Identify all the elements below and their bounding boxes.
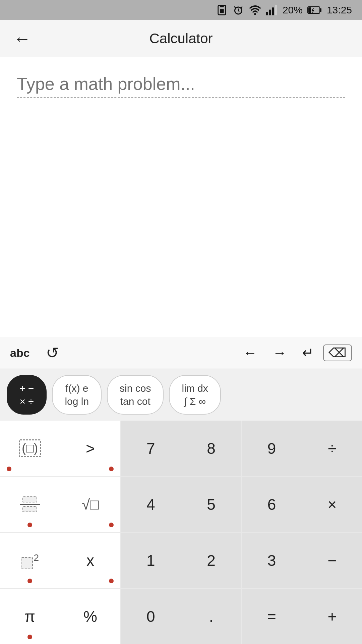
key-2[interactable]: 2: [181, 533, 241, 588]
digit-4: 4: [146, 495, 155, 514]
pi-symbol: π: [24, 607, 35, 626]
x-key[interactable]: x: [60, 533, 120, 588]
key-7[interactable]: 7: [121, 421, 181, 476]
svg-rect-10: [320, 8, 321, 12]
digit-8: 8: [207, 439, 216, 458]
svg-rect-4: [266, 12, 268, 15]
functions-line2: log ln: [65, 395, 89, 408]
equals-symbol: =: [267, 607, 276, 626]
key-3[interactable]: 3: [242, 533, 301, 588]
key-9[interactable]: 9: [242, 421, 301, 476]
red-dot: [109, 523, 114, 527]
wifi-icon: [249, 4, 261, 16]
digit-5: 5: [207, 495, 216, 514]
key-dot[interactable]: .: [181, 589, 241, 644]
top-bar: ← Calculator: [0, 20, 362, 57]
arithmetic-tab-content: + − × ÷: [19, 382, 34, 408]
plus-symbol: +: [327, 607, 337, 626]
key-mul[interactable]: ×: [302, 477, 362, 532]
math-input[interactable]: [17, 74, 345, 98]
digit-7: 7: [146, 439, 155, 458]
digit-0: 0: [146, 607, 155, 626]
mul-symbol: ×: [327, 495, 337, 514]
red-dot: [109, 579, 114, 583]
mode-tabs: + − × ÷ f(x) e log ln sin cos tan cot li…: [0, 369, 362, 421]
paren-key[interactable]: (□): [0, 421, 60, 476]
digit-9: 9: [267, 439, 276, 458]
advanced-line1: lim dx: [182, 382, 208, 395]
pow-symbol: 2: [21, 552, 39, 569]
percent-symbol: %: [83, 607, 97, 626]
key-minus[interactable]: −: [302, 533, 362, 588]
digit-6: 6: [267, 495, 276, 514]
signal-icon: [266, 4, 278, 16]
fraction-key[interactable]: [0, 477, 60, 532]
trig-line1: sin cos: [120, 382, 151, 395]
gt-key[interactable]: >: [60, 421, 120, 476]
trig-tab-content: sin cos tan cot: [120, 382, 151, 408]
red-dot: [109, 467, 114, 471]
red-dot: [27, 523, 32, 527]
gt-symbol: >: [86, 439, 95, 458]
status-icons: 20% 13:25: [216, 4, 352, 16]
functions-tab-content: f(x) e log ln: [65, 382, 89, 408]
mode-tab-functions[interactable]: f(x) e log ln: [52, 375, 102, 415]
key-6[interactable]: 6: [242, 477, 301, 532]
advanced-line2: ∫ Σ ∞: [184, 395, 206, 408]
history-button[interactable]: ↺: [40, 345, 65, 361]
key-0[interactable]: 0: [121, 589, 181, 644]
mode-tab-arithmetic[interactable]: + − × ÷: [7, 375, 47, 415]
paren-symbol: (□): [19, 439, 41, 457]
digit-1: 1: [146, 551, 155, 570]
red-dot: [7, 467, 11, 471]
minus-symbol: −: [327, 551, 337, 570]
key-1[interactable]: 1: [121, 533, 181, 588]
status-bar: 20% 13:25: [0, 0, 362, 20]
keyboard-nav-row: abc ↺ ← → ↵ ⌫: [0, 337, 362, 369]
pi-key[interactable]: π: [0, 589, 60, 644]
cursor-left-button[interactable]: ←: [237, 346, 263, 360]
abc-label: abc: [10, 346, 30, 360]
keyboard-area: abc ↺ ← → ↵ ⌫ + − × ÷ f(x) e log ln sin …: [0, 337, 362, 644]
key-div[interactable]: ÷: [302, 421, 362, 476]
functions-line1: f(x) e: [65, 382, 88, 395]
svg-rect-1: [220, 9, 224, 13]
sqrt-key[interactable]: √□: [60, 477, 120, 532]
red-dot: [27, 579, 32, 583]
red-dot: [27, 635, 32, 639]
svg-rect-7: [275, 5, 277, 15]
clock: 13:25: [327, 4, 352, 16]
page-title: Calculator: [149, 31, 213, 47]
input-area[interactable]: [0, 57, 362, 352]
key-8[interactable]: 8: [181, 421, 241, 476]
content-area: [0, 57, 362, 352]
key-4[interactable]: 4: [121, 477, 181, 532]
battery-percentage: 20%: [283, 4, 303, 16]
digit-3: 3: [267, 551, 276, 570]
pow-key[interactable]: 2: [0, 533, 60, 588]
x-symbol: x: [86, 551, 94, 570]
key-plus[interactable]: +: [302, 589, 362, 644]
div-symbol: ÷: [328, 439, 336, 458]
mode-tab-advanced[interactable]: lim dx ∫ Σ ∞: [169, 375, 221, 415]
arithmetic-line2: × ÷: [20, 395, 34, 408]
trig-line2: tan cot: [120, 395, 150, 408]
svg-rect-5: [269, 10, 271, 15]
mode-tab-trig[interactable]: sin cos tan cot: [107, 375, 164, 415]
svg-rect-6: [272, 7, 274, 15]
percent-key[interactable]: %: [60, 589, 120, 644]
enter-button[interactable]: ↵: [296, 346, 320, 360]
dot-symbol: .: [209, 607, 214, 626]
alarm-icon: [232, 4, 244, 16]
cursor-right-button[interactable]: →: [266, 346, 293, 360]
backspace-button[interactable]: ⌫: [323, 344, 352, 361]
svg-rect-9: [308, 7, 311, 13]
key-equals[interactable]: =: [242, 589, 301, 644]
arithmetic-line1: + −: [19, 382, 34, 395]
svg-point-3: [254, 13, 256, 15]
key-5[interactable]: 5: [181, 477, 241, 532]
sim-icon: [216, 4, 228, 16]
key-grid: (□) > 7 8 9 ÷ √□: [0, 421, 362, 644]
advanced-tab-content: lim dx ∫ Σ ∞: [182, 382, 208, 408]
back-button[interactable]: ←: [13, 30, 31, 47]
